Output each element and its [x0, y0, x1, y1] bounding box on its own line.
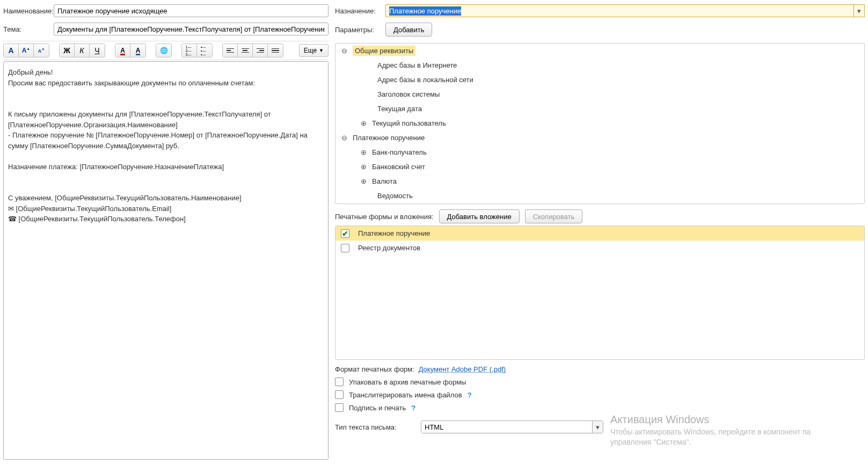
help-icon[interactable]: ? [411, 404, 415, 412]
parameters-tree[interactable]: Общие реквизитыАдрес базы в ИнтернетеАдр… [335, 43, 865, 204]
print-forms-label: Печатные формы и вложения: [335, 213, 434, 221]
print-form-row[interactable]: Реестр документов [335, 241, 864, 255]
expand-icon[interactable] [359, 177, 368, 186]
font-size-large-button[interactable]: A [4, 44, 19, 57]
print-form-label: Реестр документов [358, 244, 420, 252]
align-center-button[interactable] [238, 44, 253, 57]
highlight-color-button[interactable]: А [115, 44, 130, 57]
font-size-medium-button[interactable]: A▲ [19, 44, 34, 57]
tree-node-label: Адрес базы в локальной сети [377, 76, 473, 84]
tree-node[interactable]: Текущий пользователь [335, 116, 864, 130]
email-type-label: Тип текста письма: [335, 423, 415, 431]
email-type-select[interactable]: ▾ [421, 421, 603, 433]
tree-node[interactable]: Банковский счет [335, 160, 864, 174]
expand-icon[interactable] [359, 148, 368, 157]
left-panel: Наименование: Тема: A A▲ A▼ Ж К Ч А А [0, 0, 332, 464]
tree-node-label: Ведомость [377, 192, 413, 200]
assignment-value: Платежное поручение [389, 6, 461, 16]
font-color-button[interactable]: А [130, 44, 145, 57]
tree-node-label: Текущий пользователь [372, 119, 446, 127]
pack-checkbox[interactable] [335, 378, 344, 386]
right-panel: Назначение: Платежное поручение ▾ Параме… [332, 0, 868, 464]
tree-node[interactable]: Банк-получатель [335, 145, 864, 160]
tree-node[interactable]: Ведомость [335, 189, 864, 203]
tree-node[interactable]: Текущая дата [335, 102, 864, 116]
print-forms-list[interactable]: ✔Платежное поручениеРеестр документов [335, 226, 865, 360]
tree-node-label: Банковский счет [372, 163, 425, 171]
email-type-value[interactable] [421, 421, 592, 433]
name-input[interactable] [54, 4, 329, 17]
collapse-icon[interactable] [340, 47, 348, 55]
underline-button[interactable]: Ч [90, 44, 105, 57]
collapse-icon[interactable] [340, 134, 348, 142]
align-right-button[interactable] [253, 44, 268, 57]
leaf-icon [359, 192, 373, 200]
editor-toolbar: A A▲ A▼ Ж К Ч А А 🌐 1—2—3— •—•—•— [3, 41, 329, 60]
print-form-checkbox[interactable]: ✔ [341, 229, 349, 238]
transliterate-checkbox[interactable] [335, 390, 344, 399]
transliterate-label: Транслитерировать имена файлов [349, 391, 462, 399]
font-size-small-button[interactable]: A▼ [34, 44, 49, 57]
print-form-label: Платежное поручение [358, 229, 430, 237]
format-link[interactable]: Документ Adobe PDF (.pdf) [419, 365, 506, 373]
insert-link-button[interactable]: 🌐 [156, 44, 171, 57]
align-justify-button[interactable] [268, 44, 283, 57]
italic-button[interactable]: К [75, 44, 90, 57]
pack-label: Упаковать в архив печатные формы [349, 378, 466, 386]
leaf-icon [359, 76, 373, 84]
more-button[interactable]: Еще ▼ [299, 44, 329, 57]
tree-node-label: Платежное поручение [353, 134, 425, 142]
format-label: Формат печатных форм: [335, 365, 414, 373]
bullet-list-button[interactable]: •—•—•— [197, 44, 212, 57]
tree-node-label: Банк-получатель [372, 148, 427, 156]
leaf-icon [359, 61, 373, 70]
leaf-icon [359, 90, 373, 99]
sign-label: Подпись и печать [349, 404, 406, 412]
parameters-label: Параметры: [335, 26, 382, 34]
tree-node[interactable]: Адрес базы в Интернете [335, 58, 864, 73]
chevron-down-icon: ▼ [319, 48, 324, 53]
email-body-editor[interactable]: Добрый день! Просим вас предоставить зак… [3, 61, 329, 460]
tree-node-label: Заголовок системы [377, 90, 440, 98]
assignment-dropdown-button[interactable]: ▾ [854, 5, 864, 17]
tree-node[interactable]: Общие реквизиты [335, 44, 864, 58]
subject-input[interactable] [54, 23, 329, 35]
leaf-icon [359, 105, 373, 113]
expand-icon[interactable] [359, 163, 368, 171]
email-type-dropdown-button[interactable]: ▾ [592, 421, 603, 433]
tree-node[interactable]: Валюта [335, 174, 864, 189]
help-icon[interactable]: ? [468, 391, 472, 399]
sign-checkbox[interactable] [335, 403, 344, 412]
name-label: Наименование: [3, 7, 50, 15]
add-parameter-button[interactable]: Добавить [385, 23, 432, 37]
add-attachment-button[interactable]: Добавить вложение [439, 209, 520, 223]
copy-button[interactable]: Скопировать [525, 209, 583, 223]
subject-label: Тема: [3, 25, 50, 33]
print-form-checkbox[interactable] [341, 244, 349, 252]
print-form-row[interactable]: ✔Платежное поручение [335, 226, 864, 241]
assignment-label: Назначение: [335, 7, 382, 15]
tree-node-label: Адрес базы в Интернете [377, 61, 457, 69]
assignment-combo[interactable]: Платежное поручение ▾ [385, 4, 865, 17]
tree-node-label: Текущая дата [377, 105, 422, 113]
align-left-button[interactable] [223, 44, 238, 57]
expand-icon[interactable] [359, 119, 368, 128]
tree-node[interactable]: Заголовок системы [335, 87, 864, 102]
bold-button[interactable]: Ж [60, 44, 75, 57]
tree-node[interactable]: Платежное поручение [335, 130, 864, 145]
numbered-list-button[interactable]: 1—2—3— [182, 44, 197, 57]
tree-node-label: Валюта [372, 177, 397, 185]
tree-node-label: Общие реквизиты [353, 46, 415, 56]
tree-node[interactable]: Адрес базы в локальной сети [335, 73, 864, 87]
